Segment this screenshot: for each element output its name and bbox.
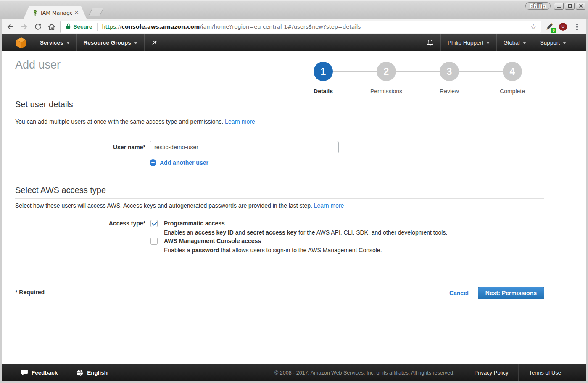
section-divider bbox=[15, 278, 544, 278]
desc-text: Enables an bbox=[164, 229, 195, 236]
feedback-button[interactable]: Feedback bbox=[11, 364, 67, 381]
step-details: 1 Details bbox=[292, 62, 355, 95]
page-title: Add user bbox=[15, 58, 61, 71]
step-label: Permissions bbox=[355, 88, 418, 95]
footer-divider bbox=[117, 364, 117, 381]
browser-tab[interactable]: IAM Management Co bbox=[24, 6, 87, 19]
copyright-text: © 2008 - 2017, Amazon Web Services, Inc.… bbox=[265, 364, 464, 381]
add-another-user[interactable]: Add another user bbox=[150, 159, 208, 166]
notifications-bell[interactable] bbox=[420, 34, 440, 51]
programmatic-access-desc: Enables an access key ID and secret acce… bbox=[164, 229, 447, 236]
wizard-steps: 1 Details 2 Permissions 3 Review 4 Compl… bbox=[292, 62, 544, 102]
browser-menu-icon[interactable] bbox=[572, 22, 582, 32]
form-actions: Cancel Next: Permissions bbox=[449, 287, 544, 299]
aws-logo[interactable] bbox=[2, 34, 33, 51]
browser-toolbar: Secure https://console.aws.amazon.com/ia… bbox=[2, 19, 586, 34]
speech-bubble-icon bbox=[21, 370, 28, 376]
username-input[interactable] bbox=[150, 141, 339, 153]
resource-groups-menu[interactable]: Resource Groups bbox=[77, 34, 144, 51]
step-complete: 4 Complete bbox=[481, 62, 544, 95]
desc-text: that allows users to sign-in to the AWS … bbox=[219, 247, 382, 254]
access-type-heading: Select AWS access type bbox=[15, 185, 106, 195]
services-label: Services bbox=[40, 40, 63, 46]
next-permissions-button[interactable]: Next: Permissions bbox=[478, 287, 544, 299]
programmatic-access-checkbox[interactable] bbox=[150, 220, 158, 227]
desc-text: for the AWS API, CLI, SDK, and other dev… bbox=[297, 229, 447, 236]
learn-more-link[interactable]: Learn more bbox=[314, 202, 344, 209]
privacy-policy-link[interactable]: Privacy Policy bbox=[464, 364, 519, 381]
step-label: Complete bbox=[481, 88, 544, 95]
back-icon[interactable] bbox=[5, 22, 16, 32]
console-footer: Feedback English © 2008 - 2017, Amazon W… bbox=[2, 364, 586, 381]
tab-title: IAM Management Co bbox=[41, 10, 72, 16]
footer-right: © 2008 - 2017, Amazon Web Services, Inc.… bbox=[265, 364, 571, 381]
extension-letter: U bbox=[559, 23, 567, 31]
close-icon bbox=[579, 4, 583, 8]
plus-circle-icon bbox=[150, 159, 156, 166]
learn-more-link[interactable]: Learn more bbox=[225, 118, 255, 125]
chevron-down-icon bbox=[66, 42, 70, 44]
desc-text: Enables a bbox=[164, 247, 192, 254]
url-path: /iam/home?region=eu-central-1#/users$new… bbox=[200, 24, 361, 30]
maximize-button[interactable] bbox=[565, 3, 575, 10]
extension-ublock-icon[interactable]: U bbox=[558, 22, 568, 32]
bookmark-star-icon[interactable] bbox=[529, 23, 538, 31]
step-circle: 2 bbox=[377, 62, 396, 81]
desc-bold: secret access key bbox=[247, 229, 297, 236]
pushpin-icon bbox=[151, 40, 158, 46]
step-circle: 3 bbox=[440, 62, 459, 81]
region-menu[interactable]: Global bbox=[497, 34, 533, 51]
aws-navbar: Services Resource Groups Philip Huppert … bbox=[2, 34, 586, 51]
url-separator: :// bbox=[116, 24, 121, 30]
access-type-label: Access type* bbox=[15, 220, 145, 227]
home-icon[interactable] bbox=[47, 22, 57, 32]
url-text[interactable]: https://console.aws.amazon.com/iam/home?… bbox=[102, 24, 530, 30]
navbar-right: Philip Huppert Global Support bbox=[420, 34, 573, 51]
desc-text: and bbox=[234, 229, 247, 236]
intro-text: Select how these users will access AWS. … bbox=[15, 202, 314, 209]
language-label: English bbox=[87, 370, 108, 376]
access-type-intro: Select how these users will access AWS. … bbox=[15, 202, 344, 209]
username-label: User name* bbox=[15, 144, 145, 151]
pin-shortcuts-button[interactable] bbox=[145, 34, 164, 51]
close-button[interactable] bbox=[576, 3, 585, 10]
chevron-down-icon bbox=[523, 42, 526, 44]
reload-icon[interactable] bbox=[33, 22, 43, 32]
step-permissions: 2 Permissions bbox=[355, 62, 418, 95]
add-another-label: Add another user bbox=[160, 159, 208, 166]
iam-key-favicon-icon bbox=[32, 10, 38, 16]
forward-icon[interactable] bbox=[19, 22, 29, 32]
address-bar[interactable]: Secure https://console.aws.amazon.com/ia… bbox=[60, 21, 542, 33]
console-access-checkbox[interactable] bbox=[150, 238, 158, 245]
maximize-icon bbox=[568, 4, 572, 8]
footer-left: Feedback English bbox=[11, 364, 117, 381]
minimize-button[interactable] bbox=[554, 3, 564, 10]
globe-icon bbox=[76, 370, 83, 376]
cancel-button[interactable]: Cancel bbox=[449, 290, 469, 296]
window-user-label: Philip bbox=[525, 2, 551, 10]
main-content: Add user 1 Details 2 Permissions 3 Revie… bbox=[2, 51, 586, 364]
section-divider bbox=[15, 198, 544, 199]
services-menu[interactable]: Services bbox=[33, 34, 76, 51]
support-menu[interactable]: Support bbox=[533, 34, 573, 51]
step-circle: 1 bbox=[314, 62, 333, 81]
account-menu[interactable]: Philip Huppert bbox=[441, 34, 496, 51]
window-titlebar[interactable]: IAM Management Co Philip bbox=[0, 0, 588, 19]
chevron-down-icon bbox=[134, 42, 137, 44]
programmatic-access-title: Programmatic access bbox=[164, 220, 225, 227]
required-note: * Required bbox=[15, 289, 45, 296]
security-label[interactable]: Secure bbox=[74, 24, 92, 30]
support-label: Support bbox=[540, 40, 560, 46]
step-label: Review bbox=[418, 88, 481, 95]
desc-bold: password bbox=[192, 247, 219, 254]
terms-of-use-link[interactable]: Terms of Use bbox=[519, 364, 571, 381]
new-tab-button[interactable] bbox=[88, 8, 104, 16]
language-button[interactable]: English bbox=[67, 364, 117, 381]
console-access-title: AWS Management Console access bbox=[164, 238, 261, 244]
tab-close-icon[interactable] bbox=[74, 10, 79, 16]
extension-pen-icon[interactable]: 0 bbox=[545, 22, 555, 32]
browser-window: { "window": { "user_label": "Philip" }, … bbox=[0, 0, 588, 383]
step-review: 3 Review bbox=[418, 62, 481, 95]
user-details-intro: You can add multiple users at once with … bbox=[15, 118, 255, 125]
intro-text: You can add multiple users at once with … bbox=[15, 118, 225, 125]
